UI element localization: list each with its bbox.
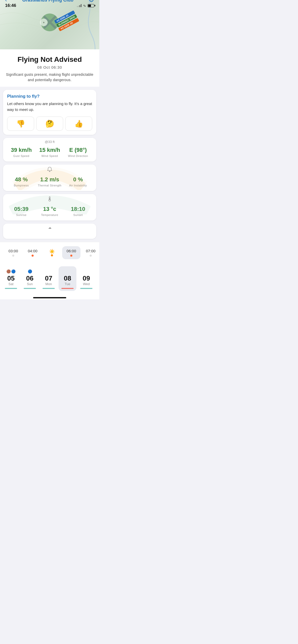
planning-description: Let others know you are planning to fly.…	[7, 101, 92, 112]
flying-status-title: Flying Not Advised	[5, 55, 94, 64]
day-sun-bar	[24, 288, 36, 289]
wind-speed-metric: 15 km/h Wind Speed	[35, 147, 64, 157]
day-sat-icon-1: 🟤	[6, 269, 11, 273]
day-sat-bar	[5, 288, 17, 289]
wind-speed-value: 15 km/h	[35, 147, 64, 153]
day-item-sun[interactable]: 🔵 06 Sun	[21, 266, 39, 291]
timeline-time-0700: 07:00	[86, 249, 96, 253]
wind-metrics: 39 km/h Gust Speed 15 km/h Wind Speed E …	[7, 147, 92, 157]
days-scroll[interactable]: 🟤 🔵 05 Sat 🔵 06 Sun 07 Mon	[0, 266, 99, 291]
timeline-time-0400: 04:00	[28, 249, 37, 253]
thermal-header-icon	[7, 167, 92, 173]
timeline-dot-0700	[90, 255, 92, 257]
settings-button[interactable]: ⚙	[89, 0, 94, 4]
wind-compass: B	[40, 19, 48, 26]
day-tue-name: Tue	[65, 282, 70, 286]
main-content: Flying Not Advised 08 Oct 06:30 Signific…	[0, 49, 99, 299]
sun-card-header	[7, 196, 92, 203]
planning-title: Planning to fly?	[7, 94, 92, 99]
timeline-dot-0600	[70, 255, 72, 257]
timeline-dot-0300	[12, 255, 14, 257]
timeline-item-0400[interactable]: 04:00	[23, 246, 42, 259]
day-sun-icons: 🔵	[28, 269, 32, 274]
wind-header-text: @33 ft	[45, 140, 55, 144]
flying-status-description: Significant gusts present, making flight…	[5, 72, 94, 83]
cloud-card: ☁	[3, 224, 96, 239]
wind-direction-label: Wind Direction	[64, 154, 92, 157]
thermal-card: 48 % Bumpiness 1.2 m/s Thermal Strength …	[3, 165, 96, 191]
day-tue-bar	[61, 288, 74, 289]
day-sun-number: 06	[26, 275, 34, 282]
timeline-item-0600[interactable]: 06:00	[62, 246, 80, 259]
timeline-section: 03:00 04:00 ☀️ 06:00 07:00	[0, 242, 99, 263]
page-title: Grasslands Flying Club	[22, 0, 73, 3]
thumbs-up-button[interactable]: 👍	[65, 116, 92, 131]
day-sun-name: Sun	[27, 282, 33, 286]
day-sat-number: 05	[7, 275, 15, 282]
wind-card-header: @33 ft	[7, 140, 92, 144]
timeline-dot-0400	[32, 255, 34, 257]
flying-status-date: 08 Oct 06:30	[5, 65, 94, 69]
thinking-button[interactable]: 🤔	[36, 116, 63, 131]
timeline-item-0700[interactable]: 07:00	[82, 246, 99, 259]
days-section: 🟤 🔵 05 Sat 🔵 06 Sun 07 Mon	[0, 263, 99, 295]
timeline-scroll[interactable]: 03:00 04:00 ☀️ 06:00 07:00	[0, 245, 99, 260]
timeline-dot-sun	[51, 254, 53, 256]
day-sat-icons: 🟤 🔵	[6, 269, 16, 274]
timeline-time-0600: 06:00	[66, 249, 76, 253]
gust-speed-label: Gust Speed	[7, 154, 35, 157]
planning-card: Planning to fly? Let others know you are…	[3, 90, 96, 135]
wind-card: @33 ft 39 km/h Gust Speed 15 km/h Wind S…	[3, 138, 96, 162]
day-wed-name: Wed	[83, 282, 90, 286]
day-mon-number: 07	[45, 275, 52, 282]
timeline-item-sun[interactable]: ☀️	[43, 246, 61, 259]
nav-bar: ‹ Grasslands Flying Club ⚙	[0, 0, 99, 8]
day-sat-name: Sat	[8, 282, 13, 286]
day-item-tue[interactable]: 08 Tue	[59, 266, 76, 291]
cloud-icon: ☁	[48, 226, 51, 229]
timeline-item-0300[interactable]: 03:00	[4, 246, 22, 259]
wind-speed-label: Wind Speed	[35, 154, 64, 157]
cloud-card-header: ☁	[7, 226, 92, 229]
flying-status-section: Flying Not Advised 08 Oct 06:30 Signific…	[0, 49, 99, 87]
planning-buttons: 👎 🤔 👍	[7, 116, 92, 131]
back-button[interactable]: ‹	[5, 0, 7, 3]
wind-direction-metric: E (98°) Wind Direction	[64, 147, 92, 157]
home-bar	[33, 297, 66, 298]
home-indicator	[0, 295, 99, 299]
wind-indicator-area: ✕ AC GEM: 43 BLENDED: 28/43 AG GEM: 2N B	[0, 10, 99, 35]
day-sat-icon-2: 🔵	[11, 269, 16, 273]
day-item-sat[interactable]: 🟤 🔵 05 Sat	[2, 266, 20, 291]
gust-speed-metric: 39 km/h Gust Speed	[7, 147, 35, 157]
thumbs-down-button[interactable]: 👎	[7, 116, 34, 131]
wind-indicator: ✕ AC GEM: 43 BLENDED: 28/43 AG GEM: 2N B	[37, 10, 62, 35]
day-wed-number: 09	[83, 275, 90, 282]
day-wed-bar	[80, 288, 92, 289]
gust-speed-value: 39 km/h	[7, 147, 35, 153]
day-mon-bar	[43, 288, 55, 289]
sunrise-icon: ☀️	[49, 249, 55, 254]
day-tue-number: 08	[64, 275, 71, 282]
sun-card: 05:39 Sunrise 13 °c Temperature 18:10 Su…	[3, 194, 96, 221]
day-item-wed[interactable]: 09 Wed	[77, 266, 95, 291]
day-item-mon[interactable]: 07 Mon	[40, 266, 58, 291]
timeline-time-0300: 03:00	[8, 249, 18, 253]
wind-direction-value: E (98°)	[64, 147, 92, 153]
day-mon-name: Mon	[45, 282, 52, 286]
day-sun-icon-1: 🔵	[28, 269, 32, 273]
